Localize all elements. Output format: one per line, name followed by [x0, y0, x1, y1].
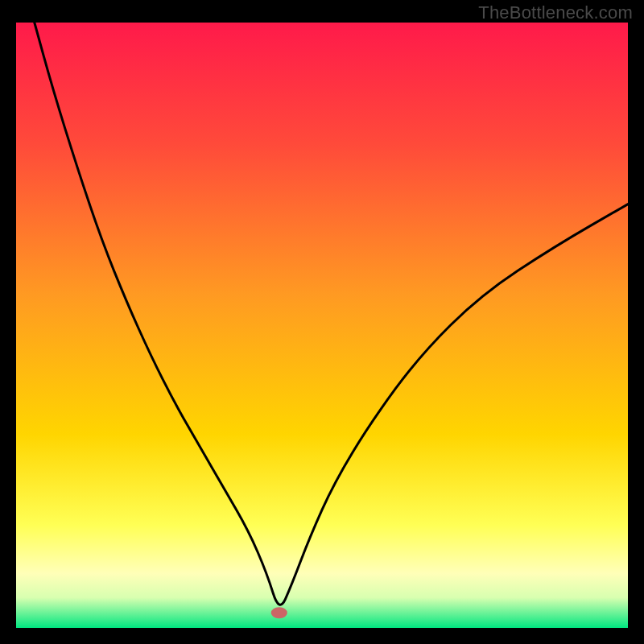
- chart-container: TheBottleneck.com: [0, 0, 644, 644]
- plot-area: [16, 23, 628, 628]
- bottleneck-chart: [0, 0, 644, 644]
- minimum-marker: [271, 607, 287, 618]
